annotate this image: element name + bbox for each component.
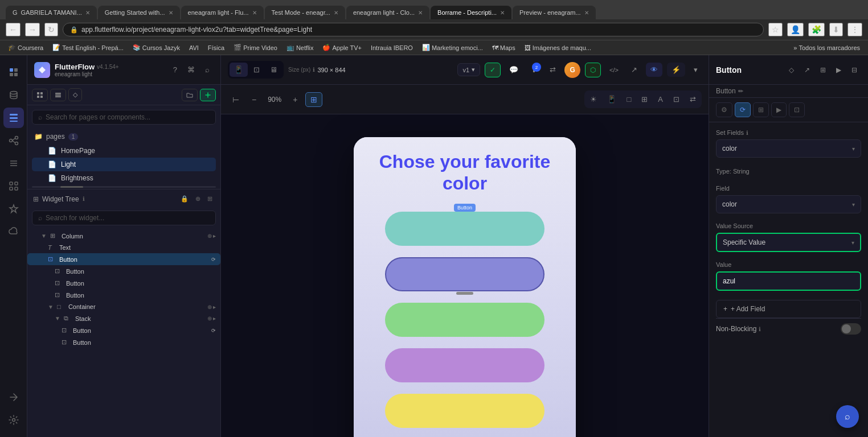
wt-more-btn[interactable]: ⊞ bbox=[205, 194, 215, 204]
widget-item-stack[interactable]: ▼ ⧉ Stack ⊕ ▸ bbox=[27, 312, 220, 324]
help-bubble[interactable]: ⌕ bbox=[836, 405, 859, 428]
mobile-device-btn[interactable]: 📱 bbox=[230, 63, 248, 77]
tab-close-6[interactable]: ✕ bbox=[500, 10, 505, 16]
toolbar-list-btn[interactable] bbox=[50, 89, 66, 101]
page-item-brightness[interactable]: 📄 Brightness bbox=[32, 171, 216, 185]
keyboard-shortcut-button[interactable]: ⌘ bbox=[183, 63, 199, 77]
profile-button[interactable]: 👤 bbox=[787, 23, 804, 36]
rail-connect-icon[interactable] bbox=[3, 130, 24, 151]
color-btn-purple[interactable] bbox=[385, 348, 544, 382]
tab-7[interactable]: Preview - eneagram... ✕ bbox=[513, 6, 596, 19]
widget-item-button-4[interactable]: ⊡ Button bbox=[27, 289, 220, 301]
tablet-device-btn[interactable]: ⊡ bbox=[249, 63, 264, 77]
bookmark-prime-video[interactable]: 🎬 Prime Video bbox=[231, 43, 280, 52]
version-selector[interactable]: v1 ▾ bbox=[457, 63, 480, 76]
rail-settings-icon[interactable] bbox=[3, 410, 24, 430]
bookmark-coursera[interactable]: 🎓 Coursera bbox=[6, 43, 46, 52]
swap-tool-btn[interactable]: ⇄ bbox=[686, 92, 700, 106]
tab-2[interactable]: Getting Started with... ✕ bbox=[98, 6, 180, 19]
run-tab[interactable]: ▶ bbox=[771, 102, 787, 117]
non-blocking-toggle[interactable] bbox=[841, 323, 861, 335]
widget-item-button-2[interactable]: ⊡ Button bbox=[27, 265, 220, 277]
column-add-btn[interactable]: ⊕ bbox=[207, 233, 212, 239]
tab-close-2[interactable]: ✕ bbox=[169, 10, 173, 16]
view-active-btn[interactable]: 👁 bbox=[646, 63, 662, 77]
desktop-device-btn[interactable]: 🖥 bbox=[265, 63, 282, 77]
rail-grid-icon[interactable] bbox=[3, 176, 24, 196]
properties-tab[interactable]: ⚙ bbox=[716, 102, 732, 117]
edit-button[interactable]: ✏ bbox=[738, 88, 743, 95]
check-status-btn[interactable]: ✓ bbox=[485, 63, 501, 77]
widget-item-button-6[interactable]: ⊡ Button bbox=[27, 336, 220, 348]
color-btn-yellow[interactable] bbox=[385, 394, 544, 428]
avatar-options-btn[interactable]: ⬡ bbox=[585, 63, 601, 77]
text-tool-btn[interactable]: A bbox=[654, 92, 667, 106]
chat-btn[interactable]: 💬 bbox=[505, 63, 522, 77]
search-button[interactable]: ⌕ bbox=[201, 63, 214, 77]
pages-search-input[interactable] bbox=[46, 113, 210, 121]
diamond-prop-btn[interactable]: ◇ bbox=[785, 63, 798, 77]
arrow-prop-btn[interactable]: ↗ bbox=[800, 63, 814, 77]
zoom-in-btn[interactable]: + bbox=[288, 93, 302, 106]
bookmark-cursos-jazyk[interactable]: 📚 Cursos Jazyk bbox=[130, 43, 182, 52]
color-btn-blue[interactable] bbox=[385, 257, 544, 291]
grid-tool-btn[interactable]: ⊞ bbox=[637, 92, 652, 106]
tab-6[interactable]: Borrame - Descripti... ✕ bbox=[431, 6, 511, 19]
rail-star-icon[interactable] bbox=[3, 199, 24, 219]
bookmark-fisica[interactable]: Física bbox=[206, 43, 227, 52]
widget-item-text[interactable]: T Text bbox=[27, 242, 220, 253]
bookmark-intrauia[interactable]: Intrauia IBERO bbox=[369, 43, 415, 52]
mobile-tool-btn[interactable]: 📱 bbox=[603, 92, 620, 106]
rail-data-icon[interactable] bbox=[3, 85, 24, 105]
page-item-homepage[interactable]: 📄 HomePage bbox=[32, 144, 216, 158]
bookmark-avi[interactable]: AVI bbox=[187, 43, 201, 52]
tab-close-3[interactable]: ✕ bbox=[252, 10, 257, 16]
tab-close-4[interactable]: ✕ bbox=[334, 10, 338, 16]
help-button[interactable]: ? bbox=[169, 63, 181, 77]
color-btn-teal[interactable] bbox=[385, 212, 544, 246]
download-button[interactable]: ⬇ bbox=[829, 23, 843, 36]
play-prop-btn[interactable]: ▶ bbox=[832, 63, 845, 77]
tab-5[interactable]: eneagram light - Clo... ✕ bbox=[346, 6, 429, 19]
rail-integration-icon[interactable] bbox=[3, 387, 24, 407]
rail-widget-icon[interactable] bbox=[3, 108, 24, 128]
bookmark-netflix[interactable]: 📺 Netflix bbox=[284, 43, 316, 52]
widget-search-input[interactable] bbox=[46, 214, 210, 222]
refresh-button[interactable]: ↻ bbox=[44, 23, 58, 36]
style-tab[interactable]: ⊡ bbox=[789, 102, 805, 117]
bookmark-appletv[interactable]: 🍎 Apple TV+ bbox=[320, 43, 363, 52]
bookmark-marketing[interactable]: 📊 Marketing emoci... bbox=[420, 43, 485, 52]
bookmark-test-english[interactable]: 📝 Test English - Prepá... bbox=[50, 43, 126, 52]
toolbar-diamond-btn[interactable]: ◇ bbox=[68, 88, 82, 101]
stack-more-btn[interactable]: ▸ bbox=[213, 315, 216, 321]
notification-badge[interactable]: ⬆ 2 bbox=[527, 63, 541, 77]
fit-view-btn[interactable]: ⊢ bbox=[228, 93, 244, 106]
component-tool-btn[interactable]: ⊡ bbox=[669, 92, 683, 106]
container-more-btn[interactable]: ▸ bbox=[213, 304, 216, 310]
tab-3[interactable]: eneagram light - Flu... ✕ bbox=[181, 6, 264, 19]
tab-close-1[interactable]: ✕ bbox=[85, 10, 90, 16]
fit-all-btn[interactable]: ⊞ bbox=[305, 92, 322, 107]
pages-section-header[interactable]: 📁 pages 1 bbox=[32, 129, 216, 144]
widget-item-button-3[interactable]: ⊡ Button bbox=[27, 277, 220, 289]
toolbar-pages-btn[interactable] bbox=[32, 89, 48, 101]
square-prop-btn[interactable]: ⊟ bbox=[847, 63, 861, 77]
layout-tab[interactable]: ⊞ bbox=[753, 102, 769, 117]
tab-1[interactable]: G GABRIELA TAMANI... ✕ bbox=[6, 6, 97, 19]
code-view-btn[interactable]: </> bbox=[605, 64, 623, 76]
wt-lock-btn[interactable]: 🔒 bbox=[178, 194, 191, 204]
tab-close-5[interactable]: ✕ bbox=[418, 10, 423, 16]
toolbar-add-btn[interactable] bbox=[200, 89, 216, 101]
rail-list-icon[interactable] bbox=[3, 153, 24, 174]
field-value-select[interactable]: color ▾ bbox=[716, 195, 861, 213]
zoom-out-btn[interactable]: − bbox=[247, 93, 261, 106]
widget-item-column[interactable]: ▼ ⊞ Column ⊕ ▸ bbox=[27, 230, 220, 242]
wt-add-btn[interactable]: ⊕ bbox=[193, 194, 203, 204]
add-field-btn[interactable]: + + Add Field bbox=[716, 300, 861, 318]
bookmark-maps[interactable]: 🗺 Maps bbox=[490, 43, 518, 52]
grid-prop-btn[interactable]: ⊞ bbox=[816, 63, 830, 77]
more-options-btn[interactable]: ▾ bbox=[690, 63, 702, 77]
user-avatar[interactable]: G bbox=[564, 62, 580, 78]
swap-icon-btn[interactable]: ⇄ bbox=[546, 63, 560, 77]
widget-item-container[interactable]: ▼ □ Container ⊕ ▸ bbox=[27, 301, 220, 312]
